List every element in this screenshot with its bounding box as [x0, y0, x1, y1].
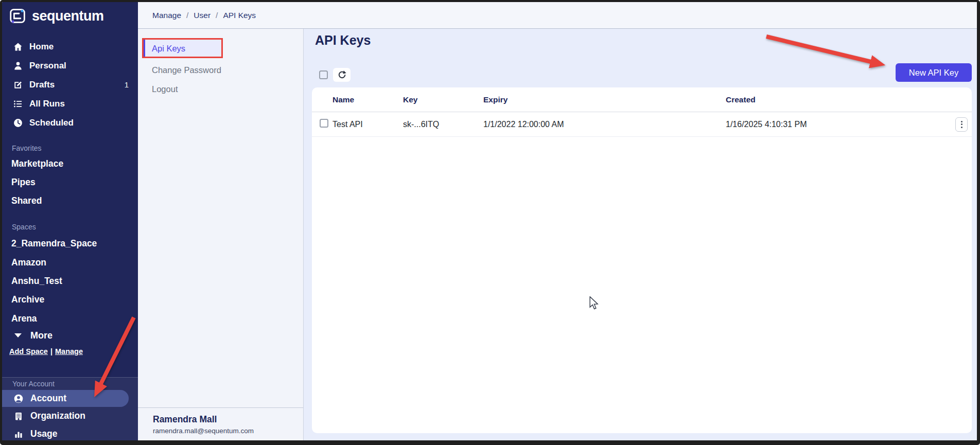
sidebar-item-all-runs[interactable]: All Runs — [2, 94, 138, 113]
sidebar-item-label: Home — [29, 42, 54, 52]
clock-icon — [13, 118, 23, 128]
sidebar-item-space[interactable]: Anshu_Test — [2, 272, 138, 290]
drafts-icon — [13, 80, 23, 90]
sidebar-item-scheduled[interactable]: Scheduled — [2, 113, 138, 132]
column-header-expiry[interactable]: Expiry — [483, 95, 726, 104]
sidebar-nav: Home Personal Drafts 1 All Runs — [2, 37, 138, 132]
person-circle-icon — [13, 394, 24, 404]
home-icon — [13, 42, 23, 52]
more-label: More — [30, 330, 52, 341]
app-window: sequentum Home Personal Drafts 1 — [2, 2, 977, 440]
your-account-section: Your Account Account Organization Usage — [2, 377, 138, 440]
breadcrumb-user[interactable]: User — [194, 11, 211, 20]
sidebar-item-marketplace[interactable]: Marketplace — [2, 154, 138, 173]
user-email: ramendra.mall@sequentum.com — [153, 427, 303, 435]
menu-item-change-password[interactable]: Change Password — [143, 61, 267, 79]
sidebar-item-drafts[interactable]: Drafts 1 — [2, 75, 138, 94]
sidebar-item-label: Drafts — [29, 80, 55, 90]
sidebar-item-organization[interactable]: Organization — [2, 407, 85, 424]
sidebar-item-label: Organization — [30, 411, 85, 421]
sidebar-item-personal[interactable]: Personal — [2, 56, 138, 75]
select-all-checkbox-wrap — [319, 70, 328, 81]
sidebar-item-space[interactable]: Amazon — [2, 253, 138, 272]
menu-item-logout[interactable]: Logout — [143, 80, 267, 98]
logo-text: sequentum — [32, 8, 104, 24]
bar-chart-icon — [13, 429, 24, 439]
space-links: Add Space|Manage — [9, 347, 83, 355]
sidebar-item-shared[interactable]: Shared — [2, 191, 138, 210]
add-space-link[interactable]: Add Space — [9, 347, 48, 355]
cell-expiry: 1/1/2022 12:00:00 AM — [483, 120, 726, 129]
column-header-created[interactable]: Created — [726, 95, 955, 104]
link-separator: | — [50, 347, 52, 355]
column-header-name[interactable]: Name — [332, 95, 403, 104]
sidebar-item-space[interactable]: Archive — [2, 290, 138, 309]
menu-item-api-keys[interactable]: Api Keys — [143, 39, 222, 58]
screenshot-frame: sequentum Home Personal Drafts 1 — [0, 0, 980, 445]
favorites-section-label: Favorites — [12, 144, 42, 152]
sidebar-item-pipes[interactable]: Pipes — [2, 173, 138, 191]
sidebar-item-usage[interactable]: Usage — [2, 425, 58, 440]
sidebar: sequentum Home Personal Drafts 1 — [2, 2, 138, 440]
cell-name: Test API — [332, 120, 403, 129]
spaces-section-label: Spaces — [12, 223, 36, 231]
breadcrumb: Manage / User / API Keys — [138, 2, 977, 29]
breadcrumb-separator: / — [216, 11, 218, 20]
row-checkbox-cell — [312, 119, 332, 130]
cell-key-link[interactable]: sk-...6ITQ — [403, 120, 483, 129]
sidebar-item-account[interactable]: Account — [2, 390, 129, 407]
sidebar-item-label: Account — [30, 393, 66, 404]
chevron-down-icon — [14, 333, 22, 337]
row-checkbox[interactable] — [320, 119, 328, 128]
breadcrumb-api-keys[interactable]: API Keys — [223, 11, 256, 20]
main-content: API Keys New API Key Name Key Expiry Cre… — [304, 29, 977, 440]
sidebar-item-label: Personal — [29, 61, 66, 71]
row-actions-kebab-button[interactable] — [955, 117, 968, 132]
sidebar-item-space[interactable]: 2_Ramendra_Space — [2, 234, 138, 253]
drafts-count-badge: 1 — [125, 80, 129, 89]
cell-created: 1/16/2025 4:10:31 PM — [726, 120, 955, 129]
select-all-checkbox[interactable] — [319, 70, 328, 79]
refresh-icon — [337, 70, 347, 80]
table-row: Test API sk-...6ITQ 1/1/2022 12:00:00 AM… — [312, 112, 972, 137]
sidebar-item-space[interactable]: Arena — [2, 309, 138, 328]
settings-panel: Api Keys Change Password Logout Ramendra… — [138, 29, 304, 440]
table-header-row: Name Key Expiry Created — [312, 87, 972, 112]
logo: sequentum — [8, 6, 104, 26]
sidebar-item-label: Scheduled — [29, 118, 74, 128]
building-icon — [13, 411, 24, 421]
sidebar-item-label: All Runs — [29, 99, 65, 109]
breadcrumb-separator: / — [186, 11, 188, 20]
manage-spaces-link[interactable]: Manage — [55, 347, 83, 355]
new-api-key-button[interactable]: New API Key — [896, 63, 972, 82]
sidebar-item-label: Usage — [30, 429, 58, 439]
sidebar-more-toggle[interactable]: More — [2, 326, 138, 345]
page-title: API Keys — [315, 33, 371, 48]
sidebar-item-home[interactable]: Home — [2, 37, 138, 56]
refresh-button[interactable] — [333, 68, 351, 82]
person-icon — [13, 61, 23, 71]
column-header-key[interactable]: Key — [403, 95, 483, 104]
user-name: Ramendra Mall — [153, 414, 303, 425]
your-account-label: Your Account — [12, 380, 55, 388]
breadcrumb-manage[interactable]: Manage — [152, 11, 181, 20]
api-keys-table: Name Key Expiry Created Test API sk-...6… — [312, 87, 972, 433]
sequentum-logo-icon — [8, 6, 28, 26]
list-icon — [13, 99, 23, 109]
user-info: Ramendra Mall ramendra.mall@sequentum.co… — [138, 407, 303, 435]
